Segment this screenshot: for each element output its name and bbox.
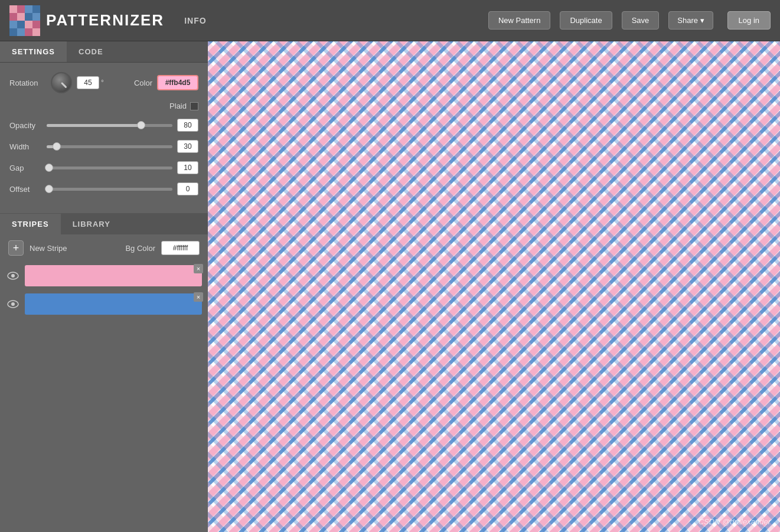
- save-button[interactable]: Save: [622, 11, 660, 30]
- color-label: Color: [134, 79, 152, 87]
- svg-rect-13: [17, 28, 25, 36]
- svg-rect-9: [17, 21, 25, 28]
- gap-slider-track[interactable]: [47, 167, 172, 169]
- width-slider-thumb[interactable]: [53, 142, 61, 151]
- svg-point-19: [11, 302, 15, 306]
- width-slider-track[interactable]: [47, 145, 172, 148]
- svg-rect-10: [25, 21, 32, 28]
- logo-area: PATTERNIZER: [9, 5, 164, 36]
- rotation-value-area: 45 °: [77, 76, 104, 89]
- gap-slider-thumb[interactable]: [45, 164, 53, 172]
- plaid-area: Plaid: [169, 102, 198, 110]
- logo-text: PATTERNIZER: [46, 11, 164, 30]
- svg-point-17: [11, 274, 15, 278]
- svg-rect-1: [17, 5, 25, 13]
- offset-label: Offset: [9, 185, 42, 194]
- logo-icon: [9, 5, 40, 36]
- header: PATTERNIZER INFO New Pattern Duplicate S…: [0, 0, 780, 41]
- settings-panel: Rotation 45 ° Color #ffb4d5 Plaid: [0, 63, 208, 213]
- new-pattern-button[interactable]: New Pattern: [488, 11, 551, 30]
- offset-slider-thumb[interactable]: [45, 185, 53, 193]
- svg-rect-5: [32, 5, 40, 13]
- width-value[interactable]: 30: [177, 140, 198, 153]
- rotation-color-row: Rotation 45 ° Color #ffb4d5: [9, 72, 198, 93]
- plaid-checkbox[interactable]: [190, 102, 198, 110]
- svg-rect-0: [9, 5, 17, 13]
- svg-rect-4: [25, 5, 32, 13]
- opacity-label: Opacity: [9, 121, 42, 130]
- bg-color-label: Bg Color: [125, 244, 155, 253]
- stripe-item: ×: [0, 262, 208, 290]
- tab-stripes[interactable]: STRIPES: [0, 214, 61, 234]
- canvas-area: CSDN @dralexander: [208, 41, 780, 532]
- main-area: SETTINGS CODE Rotation 45 ° Color #ffb4d…: [0, 41, 780, 532]
- info-button[interactable]: INFO: [180, 14, 211, 28]
- offset-row: Offset 0: [9, 182, 198, 195]
- color-area: Color #ffb4d5: [134, 75, 198, 90]
- gap-row: Gap 10: [9, 161, 198, 174]
- stripes-section: STRIPES LIBRARY + New Stripe Bg Color #f…: [0, 213, 208, 318]
- rotation-label: Rotation: [9, 79, 51, 87]
- svg-rect-2: [9, 13, 17, 21]
- rotation-knob[interactable]: [51, 72, 72, 93]
- stripe-color-bar[interactable]: [25, 293, 202, 315]
- opacity-row: Opacity 80: [9, 119, 198, 132]
- bg-color-input[interactable]: #ffffff: [161, 241, 200, 255]
- width-label: Width: [9, 142, 42, 151]
- tab-library[interactable]: LIBRARY: [61, 214, 122, 234]
- gap-value[interactable]: 10: [177, 161, 198, 174]
- svg-rect-14: [25, 28, 32, 36]
- svg-rect-12: [9, 28, 17, 36]
- eye-icon: [7, 300, 19, 308]
- svg-rect-7: [32, 13, 40, 21]
- plaid-row: Plaid: [9, 102, 198, 110]
- svg-rect-15: [32, 28, 40, 36]
- svg-rect-3: [17, 13, 25, 21]
- opacity-slider-track[interactable]: [47, 124, 172, 127]
- degree-symbol: °: [101, 79, 104, 87]
- svg-rect-11: [32, 21, 40, 28]
- rotation-area: 45 °: [51, 72, 104, 93]
- tab-settings[interactable]: SETTINGS: [0, 41, 67, 62]
- opacity-slider-fill: [47, 124, 141, 127]
- offset-slider-track[interactable]: [47, 188, 172, 191]
- stripe-close-button[interactable]: ×: [194, 264, 203, 273]
- stripe-close-button[interactable]: ×: [194, 292, 203, 302]
- svg-rect-8: [9, 21, 17, 28]
- stripe-color-bar[interactable]: [25, 265, 202, 286]
- login-button[interactable]: Log in: [727, 11, 771, 30]
- gap-label: Gap: [9, 164, 42, 172]
- stripes-toolbar: + New Stripe Bg Color #ffffff: [0, 234, 208, 262]
- color-input[interactable]: #ffb4d5: [157, 75, 198, 90]
- duplicate-button[interactable]: Duplicate: [560, 11, 612, 30]
- svg-rect-6: [25, 13, 32, 21]
- add-stripe-button[interactable]: +: [8, 240, 24, 256]
- stripe-item: ×: [0, 290, 208, 318]
- tab-code[interactable]: CODE: [67, 41, 115, 62]
- stripes-tabs: STRIPES LIBRARY: [0, 214, 208, 234]
- sidebar: SETTINGS CODE Rotation 45 ° Color #ffb4d…: [0, 41, 208, 532]
- plaid-label: Plaid: [169, 102, 187, 110]
- offset-value[interactable]: 0: [177, 182, 198, 195]
- rotation-value[interactable]: 45: [77, 76, 99, 89]
- stripe-visibility-toggle[interactable]: [6, 269, 20, 283]
- pattern-canvas: [208, 41, 780, 532]
- opacity-slider-thumb[interactable]: [137, 121, 145, 129]
- eye-icon: [7, 272, 19, 280]
- new-stripe-label: New Stripe: [30, 244, 67, 253]
- settings-tabs: SETTINGS CODE: [0, 41, 208, 63]
- stripe-visibility-toggle[interactable]: [6, 297, 20, 311]
- share-button[interactable]: Share ▾: [668, 11, 713, 30]
- opacity-value[interactable]: 80: [177, 119, 198, 132]
- width-row: Width 30: [9, 140, 198, 153]
